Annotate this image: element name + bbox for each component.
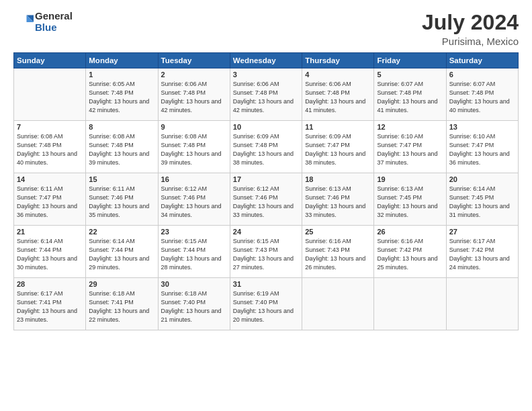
day-info: Sunrise: 6:08 AM Sunset: 7:48 PM Dayligh… — [17, 132, 83, 167]
day-number: 31 — [233, 280, 299, 288]
logo-text: General Blue — [35, 11, 73, 33]
week-row-2: 7Sunrise: 6:08 AM Sunset: 7:48 PM Daylig… — [14, 121, 519, 173]
day-info: Sunrise: 6:16 AM Sunset: 7:43 PM Dayligh… — [305, 237, 371, 272]
logo-general-text: General — [35, 11, 73, 22]
day-number: 27 — [449, 228, 515, 236]
day-info: Sunrise: 6:06 AM Sunset: 7:48 PM Dayligh… — [161, 80, 227, 115]
day-cell: 10Sunrise: 6:09 AM Sunset: 7:48 PM Dayli… — [230, 121, 302, 173]
day-number: 21 — [17, 228, 83, 236]
day-number: 26 — [377, 228, 443, 236]
day-info: Sunrise: 6:06 AM Sunset: 7:48 PM Dayligh… — [233, 80, 299, 115]
day-cell: 20Sunrise: 6:14 AM Sunset: 7:45 PM Dayli… — [446, 173, 518, 226]
day-cell: 17Sunrise: 6:12 AM Sunset: 7:46 PM Dayli… — [230, 173, 302, 226]
day-info: Sunrise: 6:12 AM Sunset: 7:46 PM Dayligh… — [161, 185, 227, 220]
day-cell — [446, 278, 518, 330]
day-number: 12 — [377, 123, 443, 131]
day-cell: 6Sunrise: 6:07 AM Sunset: 7:48 PM Daylig… — [446, 68, 518, 121]
day-number: 18 — [305, 175, 371, 183]
day-cell — [14, 68, 86, 121]
logo-icon — [15, 13, 34, 32]
day-number: 4 — [305, 71, 371, 79]
day-info: Sunrise: 6:10 AM Sunset: 7:47 PM Dayligh… — [449, 132, 515, 167]
page: General Blue July 2024 Purisima, Mexico … — [0, 0, 532, 411]
day-cell: 27Sunrise: 6:17 AM Sunset: 7:42 PM Dayli… — [446, 226, 518, 278]
day-info: Sunrise: 6:11 AM Sunset: 7:46 PM Dayligh… — [89, 185, 154, 220]
day-info: Sunrise: 6:17 AM Sunset: 7:42 PM Dayligh… — [449, 237, 515, 272]
logo: General Blue — [13, 11, 73, 33]
day-number: 9 — [161, 123, 227, 131]
day-number: 3 — [233, 71, 299, 79]
day-info: Sunrise: 6:19 AM Sunset: 7:40 PM Dayligh… — [233, 289, 299, 324]
day-cell: 2Sunrise: 6:06 AM Sunset: 7:48 PM Daylig… — [158, 68, 230, 121]
day-number: 19 — [377, 175, 443, 183]
day-cell: 5Sunrise: 6:07 AM Sunset: 7:48 PM Daylig… — [374, 68, 446, 121]
day-info: Sunrise: 6:14 AM Sunset: 7:44 PM Dayligh… — [89, 237, 154, 272]
day-cell: 24Sunrise: 6:15 AM Sunset: 7:43 PM Dayli… — [230, 226, 302, 278]
day-info: Sunrise: 6:17 AM Sunset: 7:41 PM Dayligh… — [17, 289, 83, 324]
day-info: Sunrise: 6:15 AM Sunset: 7:44 PM Dayligh… — [161, 237, 227, 272]
day-number: 14 — [17, 175, 83, 183]
week-row-5: 28Sunrise: 6:17 AM Sunset: 7:41 PM Dayli… — [14, 278, 519, 330]
calendar-title: July 2024 — [422, 11, 519, 34]
day-cell — [374, 278, 446, 330]
day-number: 15 — [89, 175, 154, 183]
day-info: Sunrise: 6:13 AM Sunset: 7:45 PM Dayligh… — [377, 185, 443, 220]
logo-blue-text: Blue — [35, 22, 73, 34]
day-cell: 19Sunrise: 6:13 AM Sunset: 7:45 PM Dayli… — [374, 173, 446, 226]
day-cell: 18Sunrise: 6:13 AM Sunset: 7:46 PM Dayli… — [302, 173, 374, 226]
day-cell: 30Sunrise: 6:18 AM Sunset: 7:40 PM Dayli… — [158, 278, 230, 330]
day-info: Sunrise: 6:14 AM Sunset: 7:45 PM Dayligh… — [449, 185, 515, 220]
day-cell: 21Sunrise: 6:14 AM Sunset: 7:44 PM Dayli… — [14, 226, 86, 278]
day-number: 22 — [89, 228, 154, 236]
day-cell: 4Sunrise: 6:06 AM Sunset: 7:48 PM Daylig… — [302, 68, 374, 121]
calendar-table: SundayMondayTuesdayWednesdayThursdayFrid… — [13, 52, 519, 330]
week-row-3: 14Sunrise: 6:11 AM Sunset: 7:47 PM Dayli… — [14, 173, 519, 226]
day-cell: 1Sunrise: 6:05 AM Sunset: 7:48 PM Daylig… — [86, 68, 158, 121]
day-info: Sunrise: 6:14 AM Sunset: 7:44 PM Dayligh… — [17, 237, 83, 272]
col-header-sunday: Sunday — [14, 53, 86, 68]
day-cell: 12Sunrise: 6:10 AM Sunset: 7:47 PM Dayli… — [374, 121, 446, 173]
day-cell: 29Sunrise: 6:18 AM Sunset: 7:41 PM Dayli… — [86, 278, 158, 330]
day-cell: 8Sunrise: 6:08 AM Sunset: 7:48 PM Daylig… — [86, 121, 158, 173]
header-row: SundayMondayTuesdayWednesdayThursdayFrid… — [14, 53, 519, 68]
day-number: 17 — [233, 175, 299, 183]
day-info: Sunrise: 6:07 AM Sunset: 7:48 PM Dayligh… — [449, 80, 515, 115]
day-cell: 3Sunrise: 6:06 AM Sunset: 7:48 PM Daylig… — [230, 68, 302, 121]
day-number: 30 — [161, 280, 227, 288]
col-header-thursday: Thursday — [302, 53, 374, 68]
day-cell: 28Sunrise: 6:17 AM Sunset: 7:41 PM Dayli… — [14, 278, 86, 330]
day-number: 24 — [233, 228, 299, 236]
day-info: Sunrise: 6:18 AM Sunset: 7:41 PM Dayligh… — [89, 289, 154, 324]
col-header-saturday: Saturday — [446, 53, 518, 68]
day-info: Sunrise: 6:18 AM Sunset: 7:40 PM Dayligh… — [161, 289, 227, 324]
day-info: Sunrise: 6:08 AM Sunset: 7:48 PM Dayligh… — [161, 132, 227, 167]
day-cell: 9Sunrise: 6:08 AM Sunset: 7:48 PM Daylig… — [158, 121, 230, 173]
day-info: Sunrise: 6:10 AM Sunset: 7:47 PM Dayligh… — [377, 132, 443, 167]
day-number: 7 — [17, 123, 83, 131]
day-number: 1 — [89, 71, 154, 79]
day-number: 11 — [305, 123, 371, 131]
day-info: Sunrise: 6:06 AM Sunset: 7:48 PM Dayligh… — [305, 80, 371, 115]
week-row-1: 1Sunrise: 6:05 AM Sunset: 7:48 PM Daylig… — [14, 68, 519, 121]
header: General Blue July 2024 Purisima, Mexico — [13, 11, 519, 47]
calendar-location: Purisima, Mexico — [422, 36, 519, 47]
day-number: 5 — [377, 71, 443, 79]
day-number: 29 — [89, 280, 154, 288]
col-header-wednesday: Wednesday — [230, 53, 302, 68]
title-block: July 2024 Purisima, Mexico — [422, 11, 519, 47]
day-info: Sunrise: 6:05 AM Sunset: 7:48 PM Dayligh… — [89, 80, 154, 115]
day-number: 16 — [161, 175, 227, 183]
day-info: Sunrise: 6:08 AM Sunset: 7:48 PM Dayligh… — [89, 132, 154, 167]
day-info: Sunrise: 6:16 AM Sunset: 7:42 PM Dayligh… — [377, 237, 443, 272]
day-number: 20 — [449, 175, 515, 183]
day-cell: 16Sunrise: 6:12 AM Sunset: 7:46 PM Dayli… — [158, 173, 230, 226]
week-row-4: 21Sunrise: 6:14 AM Sunset: 7:44 PM Dayli… — [14, 226, 519, 278]
col-header-friday: Friday — [374, 53, 446, 68]
day-number: 25 — [305, 228, 371, 236]
day-info: Sunrise: 6:12 AM Sunset: 7:46 PM Dayligh… — [233, 185, 299, 220]
col-header-monday: Monday — [86, 53, 158, 68]
day-info: Sunrise: 6:11 AM Sunset: 7:47 PM Dayligh… — [17, 185, 83, 220]
day-cell: 22Sunrise: 6:14 AM Sunset: 7:44 PM Dayli… — [86, 226, 158, 278]
day-cell: 26Sunrise: 6:16 AM Sunset: 7:42 PM Dayli… — [374, 226, 446, 278]
day-cell: 7Sunrise: 6:08 AM Sunset: 7:48 PM Daylig… — [14, 121, 86, 173]
